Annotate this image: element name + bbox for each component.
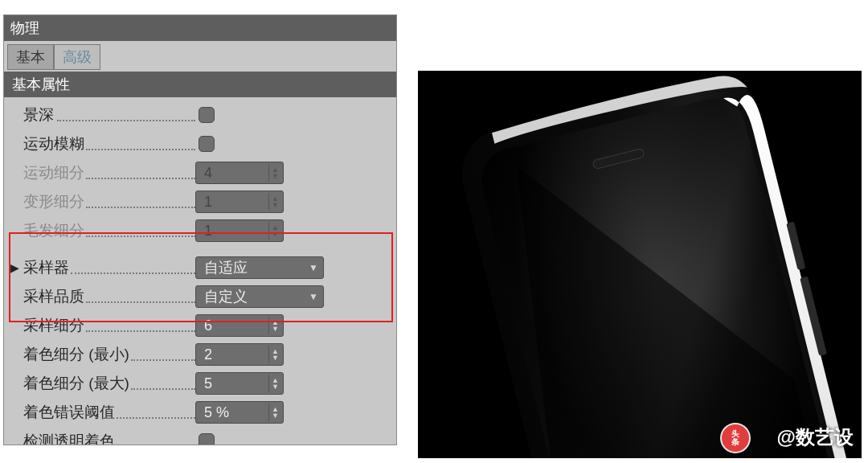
- phone-render-illustration: [418, 71, 862, 458]
- label-shade-max: 着色细分 (最大): [23, 373, 129, 394]
- panel-title: 物理: [4, 15, 396, 41]
- row-detect-transparency: 检测透明着色: [6, 427, 391, 445]
- chevron-down-icon: ▼: [309, 262, 318, 273]
- row-shading-min: 着色细分 (最小) 2▲▼: [6, 340, 391, 369]
- watermark-text: @数艺设: [777, 424, 854, 450]
- label-dof: 景深: [23, 104, 195, 125]
- label-sampler: 采样器: [23, 257, 69, 278]
- row-sample-subdivision: 采样细分 6▲▼: [6, 311, 391, 340]
- section-header: 基本属性: [4, 72, 396, 97]
- input-hair-sub: 1▲▼: [195, 219, 284, 242]
- row-depth-of-field: 景深: [6, 100, 391, 129]
- expand-arrow-icon[interactable]: ▶: [6, 261, 23, 274]
- input-shade-min[interactable]: 2▲▼: [195, 343, 284, 366]
- spinner-icon[interactable]: ▲▼: [268, 346, 278, 363]
- label-sample-sub: 采样细分: [23, 315, 84, 336]
- input-deform-sub: 1▲▼: [195, 191, 284, 213]
- checkbox-motion-blur[interactable]: [199, 136, 215, 152]
- spinner-icon[interactable]: ▲▼: [268, 404, 278, 421]
- spinner-icon: ▲▼: [268, 193, 278, 211]
- tab-basic[interactable]: 基本: [7, 44, 54, 70]
- label-hair-sub: 毛发细分: [23, 220, 84, 241]
- spinner-icon[interactable]: ▲▼: [268, 375, 278, 392]
- tab-bar: 基本 高级: [4, 41, 396, 70]
- row-hair-subdivision: 毛发细分 1▲▼: [6, 216, 391, 245]
- input-sample-sub[interactable]: 6▲▼: [195, 314, 284, 337]
- checkbox-detect-trans[interactable]: [199, 433, 215, 445]
- physics-settings-panel: 物理 基本 高级 基本属性 景深 运动模糊 运动细分 4▲▼: [3, 14, 397, 445]
- chevron-down-icon: ▼: [309, 291, 318, 302]
- row-motion-subdivision: 运动细分 4▲▼: [6, 158, 391, 187]
- label-shade-err: 着色错误阈值: [23, 402, 115, 423]
- render-preview: 头条 @数艺设: [418, 71, 862, 458]
- label-motion-blur: 运动模糊: [23, 133, 84, 154]
- label-sample-quality: 采样品质: [23, 286, 84, 307]
- spinner-icon[interactable]: ▲▼: [268, 317, 278, 334]
- select-sampler[interactable]: 自适应▼: [195, 256, 324, 279]
- row-shading-max: 着色细分 (最大) 5▲▼: [6, 369, 391, 398]
- input-shade-err[interactable]: 5 %▲▼: [195, 401, 284, 424]
- spinner-icon: ▲▼: [268, 164, 278, 182]
- tab-advanced[interactable]: 高级: [54, 44, 100, 70]
- label-shade-min: 着色细分 (最小): [23, 344, 129, 365]
- checkbox-dof[interactable]: [199, 107, 215, 123]
- label-deform-sub: 变形细分: [23, 191, 84, 212]
- input-motion-sub: 4▲▼: [195, 162, 284, 184]
- watermark-logo: 头条: [722, 424, 749, 452]
- input-shade-max[interactable]: 5▲▼: [195, 372, 284, 395]
- row-motion-blur: 运动模糊: [6, 129, 391, 158]
- label-detect-trans: 检测透明着色: [23, 431, 115, 445]
- select-sample-quality[interactable]: 自定义▼: [195, 285, 324, 308]
- row-sample-quality: 采样品质 自定义▼: [6, 282, 391, 311]
- row-deform-subdivision: 变形细分 1▲▼: [6, 187, 391, 216]
- label-motion-sub: 运动细分: [23, 162, 84, 183]
- row-sampler: ▶ 采样器 自适应▼: [6, 253, 391, 282]
- spinner-icon: ▲▼: [268, 222, 278, 240]
- row-shading-error: 着色错误阈值 5 %▲▼: [6, 398, 391, 427]
